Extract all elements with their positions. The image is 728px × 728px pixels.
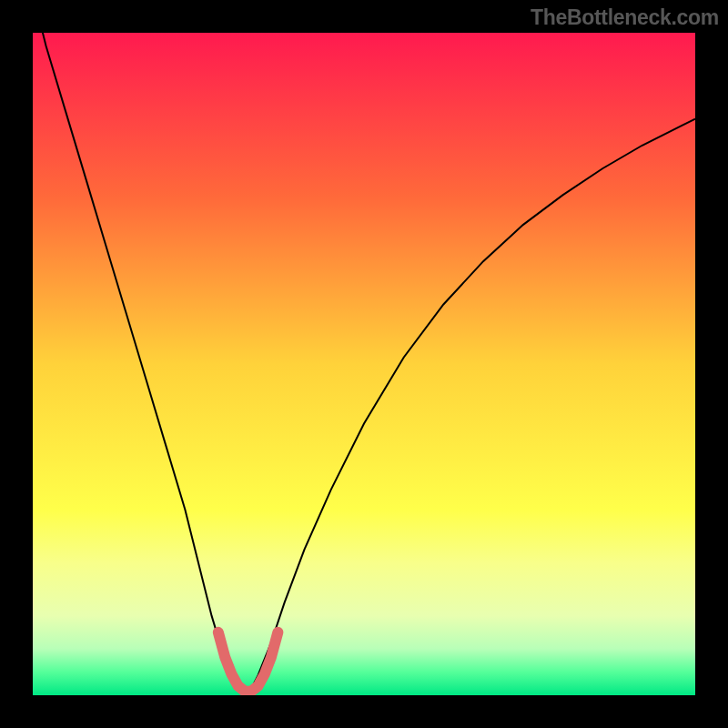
chart-frame: TheBottleneck.com — [0, 0, 728, 728]
chart-svg — [33, 33, 695, 695]
watermark-text: TheBottleneck.com — [531, 5, 719, 30]
gradient-background — [33, 33, 695, 695]
plot-area — [33, 33, 695, 695]
